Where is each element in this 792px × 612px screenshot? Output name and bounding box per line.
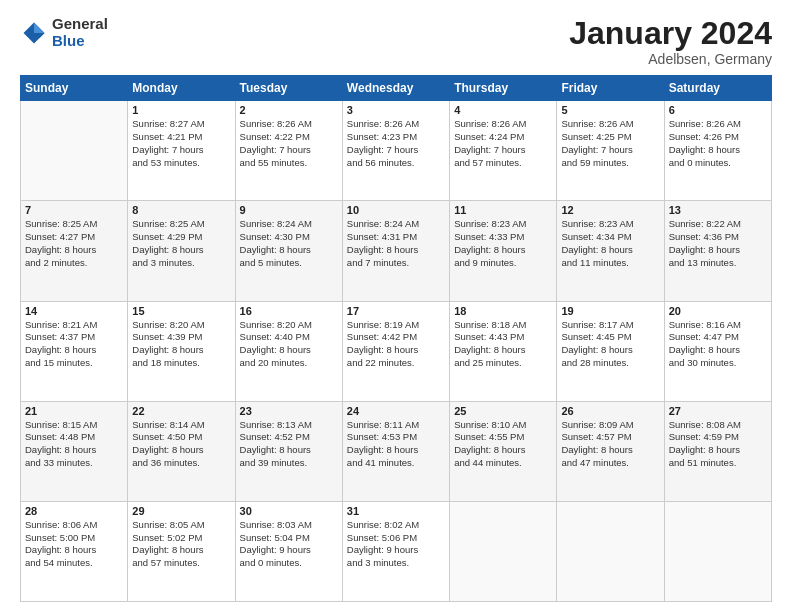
day-info: Sunrise: 8:08 AM Sunset: 4:59 PM Dayligh… bbox=[669, 419, 767, 470]
day-info: Sunrise: 8:23 AM Sunset: 4:33 PM Dayligh… bbox=[454, 218, 552, 269]
day-info: Sunrise: 8:20 AM Sunset: 4:39 PM Dayligh… bbox=[132, 319, 230, 370]
logo-general: General bbox=[52, 16, 108, 33]
day-info: Sunrise: 8:26 AM Sunset: 4:23 PM Dayligh… bbox=[347, 118, 445, 169]
day-number: 26 bbox=[561, 405, 659, 417]
table-row: 9Sunrise: 8:24 AM Sunset: 4:30 PM Daylig… bbox=[235, 201, 342, 301]
title-location: Adelbsen, Germany bbox=[569, 51, 772, 67]
header-saturday: Saturday bbox=[664, 76, 771, 101]
calendar-week-row: 28Sunrise: 8:06 AM Sunset: 5:00 PM Dayli… bbox=[21, 501, 772, 601]
day-info: Sunrise: 8:14 AM Sunset: 4:50 PM Dayligh… bbox=[132, 419, 230, 470]
day-info: Sunrise: 8:26 AM Sunset: 4:25 PM Dayligh… bbox=[561, 118, 659, 169]
day-number: 16 bbox=[240, 305, 338, 317]
day-info: Sunrise: 8:13 AM Sunset: 4:52 PM Dayligh… bbox=[240, 419, 338, 470]
day-info: Sunrise: 8:10 AM Sunset: 4:55 PM Dayligh… bbox=[454, 419, 552, 470]
day-number: 3 bbox=[347, 104, 445, 116]
day-info: Sunrise: 8:11 AM Sunset: 4:53 PM Dayligh… bbox=[347, 419, 445, 470]
day-info: Sunrise: 8:19 AM Sunset: 4:42 PM Dayligh… bbox=[347, 319, 445, 370]
table-row: 13Sunrise: 8:22 AM Sunset: 4:36 PM Dayli… bbox=[664, 201, 771, 301]
day-info: Sunrise: 8:26 AM Sunset: 4:22 PM Dayligh… bbox=[240, 118, 338, 169]
logo: General Blue bbox=[20, 16, 108, 49]
day-info: Sunrise: 8:26 AM Sunset: 4:24 PM Dayligh… bbox=[454, 118, 552, 169]
day-number: 5 bbox=[561, 104, 659, 116]
day-number: 1 bbox=[132, 104, 230, 116]
day-number: 21 bbox=[25, 405, 123, 417]
day-number: 29 bbox=[132, 505, 230, 517]
day-info: Sunrise: 8:26 AM Sunset: 4:26 PM Dayligh… bbox=[669, 118, 767, 169]
header-friday: Friday bbox=[557, 76, 664, 101]
table-row: 18Sunrise: 8:18 AM Sunset: 4:43 PM Dayli… bbox=[450, 301, 557, 401]
day-number: 23 bbox=[240, 405, 338, 417]
day-info: Sunrise: 8:22 AM Sunset: 4:36 PM Dayligh… bbox=[669, 218, 767, 269]
day-info: Sunrise: 8:24 AM Sunset: 4:30 PM Dayligh… bbox=[240, 218, 338, 269]
table-row: 1Sunrise: 8:27 AM Sunset: 4:21 PM Daylig… bbox=[128, 101, 235, 201]
calendar-week-row: 7Sunrise: 8:25 AM Sunset: 4:27 PM Daylig… bbox=[21, 201, 772, 301]
day-number: 9 bbox=[240, 204, 338, 216]
title-month: January 2024 bbox=[569, 16, 772, 51]
page: General Blue January 2024 Adelbsen, Germ… bbox=[0, 0, 792, 612]
header-monday: Monday bbox=[128, 76, 235, 101]
day-number: 13 bbox=[669, 204, 767, 216]
day-number: 25 bbox=[454, 405, 552, 417]
day-number: 22 bbox=[132, 405, 230, 417]
calendar-week-row: 1Sunrise: 8:27 AM Sunset: 4:21 PM Daylig… bbox=[21, 101, 772, 201]
table-row: 17Sunrise: 8:19 AM Sunset: 4:42 PM Dayli… bbox=[342, 301, 449, 401]
day-info: Sunrise: 8:03 AM Sunset: 5:04 PM Dayligh… bbox=[240, 519, 338, 570]
table-row: 23Sunrise: 8:13 AM Sunset: 4:52 PM Dayli… bbox=[235, 401, 342, 501]
header-tuesday: Tuesday bbox=[235, 76, 342, 101]
table-row: 3Sunrise: 8:26 AM Sunset: 4:23 PM Daylig… bbox=[342, 101, 449, 201]
calendar-table: Sunday Monday Tuesday Wednesday Thursday… bbox=[20, 75, 772, 602]
logo-text: General Blue bbox=[52, 16, 108, 49]
day-number: 27 bbox=[669, 405, 767, 417]
svg-marker-1 bbox=[34, 22, 45, 33]
table-row: 11Sunrise: 8:23 AM Sunset: 4:33 PM Dayli… bbox=[450, 201, 557, 301]
day-number: 2 bbox=[240, 104, 338, 116]
table-row: 25Sunrise: 8:10 AM Sunset: 4:55 PM Dayli… bbox=[450, 401, 557, 501]
table-row: 6Sunrise: 8:26 AM Sunset: 4:26 PM Daylig… bbox=[664, 101, 771, 201]
table-row: 26Sunrise: 8:09 AM Sunset: 4:57 PM Dayli… bbox=[557, 401, 664, 501]
day-number: 28 bbox=[25, 505, 123, 517]
day-number: 4 bbox=[454, 104, 552, 116]
day-info: Sunrise: 8:25 AM Sunset: 4:27 PM Dayligh… bbox=[25, 218, 123, 269]
day-info: Sunrise: 8:15 AM Sunset: 4:48 PM Dayligh… bbox=[25, 419, 123, 470]
logo-icon bbox=[20, 19, 48, 47]
day-number: 11 bbox=[454, 204, 552, 216]
day-number: 17 bbox=[347, 305, 445, 317]
day-info: Sunrise: 8:18 AM Sunset: 4:43 PM Dayligh… bbox=[454, 319, 552, 370]
table-row: 12Sunrise: 8:23 AM Sunset: 4:34 PM Dayli… bbox=[557, 201, 664, 301]
day-number: 8 bbox=[132, 204, 230, 216]
table-row: 20Sunrise: 8:16 AM Sunset: 4:47 PM Dayli… bbox=[664, 301, 771, 401]
day-number: 30 bbox=[240, 505, 338, 517]
table-row: 15Sunrise: 8:20 AM Sunset: 4:39 PM Dayli… bbox=[128, 301, 235, 401]
header-thursday: Thursday bbox=[450, 76, 557, 101]
day-number: 7 bbox=[25, 204, 123, 216]
header-sunday: Sunday bbox=[21, 76, 128, 101]
title-block: January 2024 Adelbsen, Germany bbox=[569, 16, 772, 67]
day-number: 18 bbox=[454, 305, 552, 317]
table-row: 14Sunrise: 8:21 AM Sunset: 4:37 PM Dayli… bbox=[21, 301, 128, 401]
day-info: Sunrise: 8:20 AM Sunset: 4:40 PM Dayligh… bbox=[240, 319, 338, 370]
table-row: 28Sunrise: 8:06 AM Sunset: 5:00 PM Dayli… bbox=[21, 501, 128, 601]
day-number: 20 bbox=[669, 305, 767, 317]
day-info: Sunrise: 8:17 AM Sunset: 4:45 PM Dayligh… bbox=[561, 319, 659, 370]
day-number: 31 bbox=[347, 505, 445, 517]
table-row: 5Sunrise: 8:26 AM Sunset: 4:25 PM Daylig… bbox=[557, 101, 664, 201]
header-wednesday: Wednesday bbox=[342, 76, 449, 101]
table-row: 21Sunrise: 8:15 AM Sunset: 4:48 PM Dayli… bbox=[21, 401, 128, 501]
table-row: 24Sunrise: 8:11 AM Sunset: 4:53 PM Dayli… bbox=[342, 401, 449, 501]
table-row: 10Sunrise: 8:24 AM Sunset: 4:31 PM Dayli… bbox=[342, 201, 449, 301]
table-row: 2Sunrise: 8:26 AM Sunset: 4:22 PM Daylig… bbox=[235, 101, 342, 201]
day-number: 6 bbox=[669, 104, 767, 116]
table-row: 30Sunrise: 8:03 AM Sunset: 5:04 PM Dayli… bbox=[235, 501, 342, 601]
day-info: Sunrise: 8:05 AM Sunset: 5:02 PM Dayligh… bbox=[132, 519, 230, 570]
header: General Blue January 2024 Adelbsen, Germ… bbox=[20, 16, 772, 67]
logo-blue: Blue bbox=[52, 33, 108, 50]
table-row bbox=[557, 501, 664, 601]
table-row: 16Sunrise: 8:20 AM Sunset: 4:40 PM Dayli… bbox=[235, 301, 342, 401]
day-info: Sunrise: 8:02 AM Sunset: 5:06 PM Dayligh… bbox=[347, 519, 445, 570]
day-info: Sunrise: 8:24 AM Sunset: 4:31 PM Dayligh… bbox=[347, 218, 445, 269]
table-row: 19Sunrise: 8:17 AM Sunset: 4:45 PM Dayli… bbox=[557, 301, 664, 401]
day-number: 19 bbox=[561, 305, 659, 317]
day-number: 24 bbox=[347, 405, 445, 417]
calendar-week-row: 14Sunrise: 8:21 AM Sunset: 4:37 PM Dayli… bbox=[21, 301, 772, 401]
day-info: Sunrise: 8:23 AM Sunset: 4:34 PM Dayligh… bbox=[561, 218, 659, 269]
